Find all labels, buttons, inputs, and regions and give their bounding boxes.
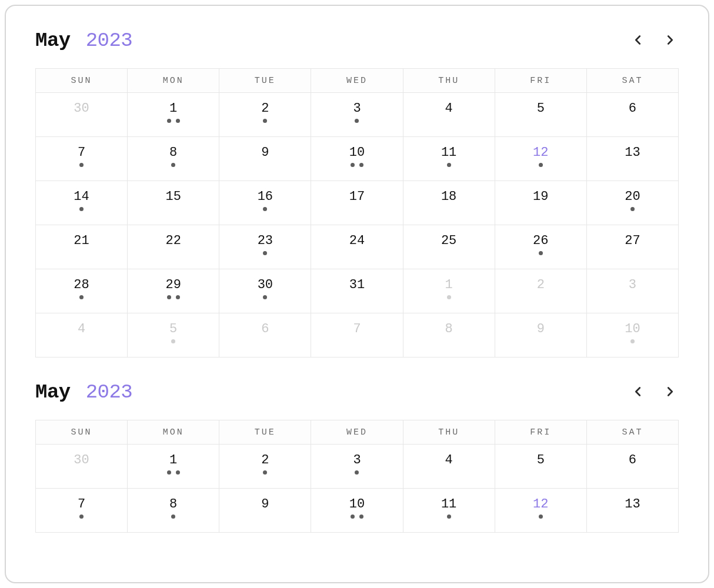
day-number: 31 [311, 279, 402, 292]
calendar-day-cell[interactable]: 7 [311, 313, 403, 358]
day-number: 18 [403, 191, 495, 203]
chevron-right-icon [663, 391, 676, 400]
calendar-day-cell[interactable]: 11 [403, 489, 495, 533]
calendar-day-cell[interactable]: 6 [586, 445, 678, 489]
event-dots [403, 119, 495, 125]
calendar-day-cell[interactable]: 16 [219, 181, 311, 225]
next-month-button[interactable] [661, 383, 679, 402]
day-number: 21 [36, 235, 127, 248]
calendar-day-cell[interactable]: 22 [128, 225, 219, 269]
chevron-right-icon [663, 39, 676, 48]
calendar-day-cell[interactable]: 13 [586, 137, 678, 181]
calendar-day-cell[interactable]: 3 [311, 445, 403, 489]
calendar-day-cell[interactable]: 19 [495, 181, 586, 225]
calendar-day-cell[interactable]: 4 [36, 313, 128, 358]
calendar-day-cell[interactable]: 11 [403, 137, 495, 181]
next-month-button[interactable] [661, 31, 679, 51]
calendar-day-cell[interactable]: 5 [495, 93, 586, 137]
calendar-day-cell[interactable]: 12 [495, 489, 586, 533]
day-number: 24 [311, 235, 402, 248]
calendar-day-cell[interactable]: 13 [586, 489, 678, 533]
calendar-day-cell[interactable]: 25 [403, 225, 495, 269]
day-number: 26 [495, 235, 586, 248]
weekday-header: SUN [36, 420, 128, 445]
calendar-day-cell[interactable]: 30 [219, 269, 311, 313]
calendar-day-cell[interactable]: 2 [219, 93, 311, 137]
event-dot [176, 470, 180, 475]
calendar-day-cell[interactable]: 26 [495, 225, 586, 269]
event-dots [587, 295, 678, 301]
calendar-day-cell[interactable]: 30 [36, 445, 128, 489]
calendar-day-cell[interactable]: 24 [311, 225, 403, 269]
calendar-day-cell[interactable]: 4 [403, 93, 495, 137]
event-dots [587, 514, 678, 520]
calendar-day-cell[interactable]: 10 [311, 137, 403, 181]
day-number: 1 [128, 454, 219, 467]
calendar-day-cell[interactable]: 27 [586, 225, 678, 269]
calendar-day-cell[interactable]: 7 [36, 137, 128, 181]
day-number: 19 [495, 191, 586, 203]
calendar-day-cell[interactable]: 1 [128, 93, 219, 137]
calendar-day-cell[interactable]: 9 [219, 489, 311, 533]
calendar-day-cell[interactable]: 28 [36, 269, 128, 313]
calendar-day-cell[interactable]: 3 [586, 269, 678, 313]
event-dot [359, 163, 363, 167]
calendar-day-cell[interactable]: 12 [495, 137, 586, 181]
event-dots [219, 470, 311, 476]
calendar-day-cell[interactable]: 15 [128, 181, 219, 225]
calendar-day-cell[interactable]: 3 [311, 93, 403, 137]
day-number: 6 [587, 454, 678, 467]
calendar-grid: SUNMONTUEWEDTHUFRISAT3012345678910111213… [35, 68, 679, 358]
day-number: 6 [219, 323, 311, 336]
calendar-day-cell[interactable]: 1 [128, 445, 219, 489]
calendar-day-cell[interactable]: 30 [36, 93, 128, 137]
calendar-title: May 2023 [35, 29, 132, 52]
calendar-day-cell[interactable]: 14 [36, 181, 128, 225]
day-number: 10 [311, 498, 402, 511]
day-number: 17 [311, 191, 402, 203]
prev-month-button[interactable] [629, 383, 647, 402]
calendar-day-cell[interactable]: 21 [36, 225, 128, 269]
day-number: 7 [36, 498, 127, 511]
calendar-day-cell[interactable]: 18 [403, 181, 495, 225]
event-dots [311, 207, 402, 213]
calendar-day-cell[interactable]: 8 [128, 137, 219, 181]
event-dot [359, 514, 363, 519]
calendar-day-cell[interactable]: 5 [128, 313, 219, 358]
calendar-nav [629, 31, 679, 51]
calendar-day-cell[interactable]: 5 [495, 445, 586, 489]
calendar-day-cell[interactable]: 23 [219, 225, 311, 269]
calendar-day-cell[interactable]: 31 [311, 269, 403, 313]
weekday-header: TUE [219, 420, 311, 445]
calendar-day-cell[interactable]: 20 [586, 181, 678, 225]
calendar-day-cell[interactable]: 8 [128, 489, 219, 533]
calendar-header: May 2023 [35, 29, 679, 52]
calendar-day-cell[interactable]: 10 [311, 489, 403, 533]
calendar-day-cell[interactable]: 1 [403, 269, 495, 313]
calendar-day-cell[interactable]: 6 [219, 313, 311, 358]
calendar-day-cell[interactable]: 9 [495, 313, 586, 358]
event-dot [167, 470, 171, 475]
calendar-day-cell[interactable]: 2 [219, 445, 311, 489]
calendar-day-cell[interactable]: 7 [36, 489, 128, 533]
weekday-header: SAT [586, 69, 678, 93]
calendar-day-cell[interactable]: 10 [586, 313, 678, 358]
calendar-day-cell[interactable]: 9 [219, 137, 311, 181]
event-dots [128, 119, 219, 125]
prev-month-button[interactable] [629, 31, 647, 51]
calendar-day-cell[interactable]: 8 [403, 313, 495, 358]
event-dot [355, 470, 359, 475]
calendar-day-cell[interactable]: 17 [311, 181, 403, 225]
calendar-day-cell[interactable]: 2 [495, 269, 586, 313]
event-dot [539, 163, 543, 167]
calendar-day-cell[interactable]: 29 [128, 269, 219, 313]
day-number: 15 [128, 191, 219, 203]
weekday-header: WED [311, 420, 403, 445]
day-number: 6 [587, 102, 678, 115]
calendar-day-cell[interactable]: 4 [403, 445, 495, 489]
calendar-day-cell[interactable]: 6 [586, 93, 678, 137]
event-dots [495, 295, 586, 301]
event-dots [495, 251, 586, 257]
day-number: 30 [219, 279, 311, 292]
event-dot [447, 514, 451, 519]
